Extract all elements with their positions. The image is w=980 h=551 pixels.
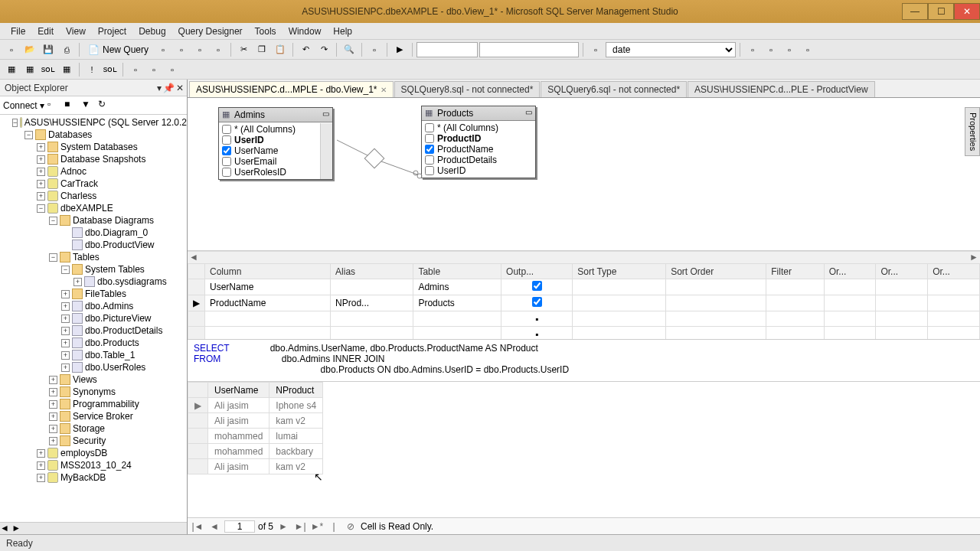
- open-icon[interactable]: 📂: [21, 41, 38, 58]
- col-check[interactable]: [425, 155, 434, 165]
- crit-h-sorttype[interactable]: Sort Type: [573, 264, 666, 279]
- save-all-icon[interactable]: ⎙: [58, 41, 75, 58]
- crit-h-or1[interactable]: Or...: [824, 264, 876, 279]
- tree-userroles[interactable]: dbo.UserRoles: [85, 362, 145, 373]
- crit-cell[interactable]: UserName: [205, 279, 331, 295]
- tree-tables[interactable]: Tables: [73, 252, 100, 262]
- filter-icon[interactable]: ▼: [81, 99, 95, 112]
- menu-query-designer[interactable]: Query Designer: [172, 24, 249, 38]
- col-allcolumns[interactable]: * (All Columns): [234, 124, 296, 135]
- nav-prev-icon[interactable]: ◄: [207, 521, 221, 532]
- col-check[interactable]: [222, 157, 231, 166]
- col-useremail[interactable]: UserEmail: [234, 156, 276, 167]
- tree-table1[interactable]: dbo.Table_1: [85, 350, 135, 360]
- col-userid[interactable]: UserID: [234, 135, 264, 145]
- crit-h-filter[interactable]: Filter: [766, 264, 824, 279]
- col-productid[interactable]: ProductID: [437, 133, 481, 144]
- add-new-derived-icon[interactable]: ▫: [164, 61, 181, 78]
- properties-tab[interactable]: Properties: [965, 107, 980, 156]
- tree-server[interactable]: ASUS\HUSSIENPC (SQL Server 12.0.2: [24, 117, 187, 128]
- tab-sqlquery6[interactable]: SQLQuery6.sql - not connected*: [541, 81, 687, 97]
- tree-pictureview[interactable]: dbo.PictureView: [85, 313, 152, 324]
- table-window-products[interactable]: Products▭ * (All Columns) ProductID Prod…: [421, 106, 536, 178]
- tree-dbexample[interactable]: dbeXAMPLE: [60, 203, 113, 214]
- tree-db-diagrams[interactable]: Database Diagrams: [73, 215, 154, 226]
- crit-h-table[interactable]: Table: [413, 264, 501, 279]
- find-icon[interactable]: 🔍: [341, 41, 358, 58]
- tree-charless[interactable]: Charless: [60, 191, 96, 201]
- res-cell[interactable]: lumai: [270, 429, 323, 444]
- close-button[interactable]: ✕: [954, 3, 980, 20]
- db-engine-icon[interactable]: ▫: [155, 41, 172, 58]
- add-table-icon[interactable]: ▫: [587, 41, 604, 58]
- tree-system-databases[interactable]: System Databases: [60, 142, 138, 152]
- col-check[interactable]: [222, 125, 231, 134]
- res-cell[interactable]: Ali jasim: [208, 413, 270, 429]
- res-h-nproduct[interactable]: NProduct: [270, 383, 323, 398]
- tree-security[interactable]: Security: [73, 435, 106, 446]
- crit-output-check[interactable]: [532, 297, 542, 307]
- res-cell[interactable]: Ali jasim: [208, 459, 270, 474]
- col-productname[interactable]: ProductName: [437, 144, 493, 155]
- table-window-admins[interactable]: Admins▭ * (All Columns) UserID UserName …: [218, 107, 333, 180]
- add-group-icon[interactable]: ▫: [127, 61, 144, 78]
- nav-stop-icon[interactable]: ⊘: [344, 521, 358, 532]
- close-panel-icon[interactable]: ✕: [176, 83, 184, 93]
- tree-products[interactable]: dbo.Products: [85, 337, 139, 348]
- tree-databases[interactable]: Databases: [48, 129, 92, 140]
- col-check[interactable]: [222, 168, 231, 177]
- menu-file[interactable]: File: [5, 24, 31, 38]
- crit-h-output[interactable]: Outp...: [501, 264, 573, 279]
- mdx-icon[interactable]: ▫: [191, 41, 208, 58]
- col-productdetails[interactable]: ProductDetails: [437, 155, 497, 165]
- menu-window[interactable]: Window: [283, 24, 328, 38]
- col-userrolesid[interactable]: UserRolesID: [234, 167, 286, 178]
- sql-pane-icon[interactable]: sᴏʟ: [40, 61, 57, 78]
- criteria-pane[interactable]: Column Alias Table Outp... Sort Type Sor…: [188, 263, 980, 340]
- res-cell[interactable]: Iphone s4: [270, 398, 323, 413]
- col-userid[interactable]: UserID: [437, 165, 466, 176]
- explorer-hscroll[interactable]: ◄ ►: [0, 522, 187, 534]
- table-vscroll[interactable]: [320, 123, 332, 179]
- col-allcolumns[interactable]: * (All Columns): [437, 122, 498, 133]
- disconnect-icon[interactable]: ▫: [47, 99, 61, 112]
- group-icon[interactable]: ▫: [781, 41, 798, 58]
- col-username[interactable]: UserName: [234, 145, 278, 156]
- tree-mybackdb[interactable]: MyBackDB: [60, 472, 106, 483]
- verify-icon[interactable]: ▫: [763, 41, 779, 58]
- tree-employsdb[interactable]: employsDB: [60, 448, 107, 458]
- tree-sysdiagrams[interactable]: dbo.sysdiagrams: [97, 276, 167, 287]
- nav-first-icon[interactable]: |◄: [191, 521, 204, 532]
- crit-h-alias[interactable]: Alias: [331, 264, 413, 279]
- nav-new-icon[interactable]: ►*: [310, 521, 324, 532]
- diagram-hscroll[interactable]: ◄►: [188, 251, 980, 263]
- tree-synonyms[interactable]: Synonyms: [73, 386, 116, 397]
- col-check[interactable]: [425, 166, 434, 175]
- col-check[interactable]: [222, 135, 231, 145]
- crit-filter-active[interactable]: [766, 295, 824, 311]
- add-derived-icon[interactable]: ▫: [799, 41, 816, 58]
- sql-pane[interactable]: SELECT dbo.Admins.UserName, dbo.Products…: [188, 340, 980, 382]
- menu-edit[interactable]: Edit: [31, 24, 60, 38]
- res-cell[interactable]: mohammed: [208, 429, 270, 444]
- verify-sql-icon[interactable]: sᴏʟ: [102, 61, 119, 78]
- col-check[interactable]: [222, 146, 231, 155]
- res-cell[interactable]: backbary: [270, 444, 323, 459]
- crit-cell[interactable]: Admins: [413, 279, 501, 295]
- tree-service-broker[interactable]: Service Broker: [73, 411, 133, 422]
- paste-icon[interactable]: 📋: [272, 41, 289, 58]
- minimize-icon[interactable]: ▭: [525, 108, 532, 116]
- crit-cell[interactable]: NProd...: [331, 295, 413, 311]
- tree-programmability[interactable]: Programmability: [73, 399, 139, 409]
- cut-icon[interactable]: ✂: [235, 41, 252, 58]
- crit-h-or2[interactable]: Or...: [876, 264, 928, 279]
- tree-mss2013[interactable]: MSS2013_10_24: [60, 460, 132, 471]
- refresh-icon[interactable]: ↻: [98, 99, 112, 112]
- tab-sqlquery8[interactable]: SQLQuery8.sql - not connected*: [394, 81, 541, 97]
- col-check[interactable]: [425, 145, 434, 154]
- crit-cell[interactable]: ProductName: [205, 295, 331, 311]
- add-table-icon2[interactable]: ▫: [145, 61, 162, 78]
- crit-h-or3[interactable]: Or...: [928, 264, 980, 279]
- run-icon[interactable]: ▫: [744, 41, 761, 58]
- analysis-icon[interactable]: ▫: [173, 41, 190, 58]
